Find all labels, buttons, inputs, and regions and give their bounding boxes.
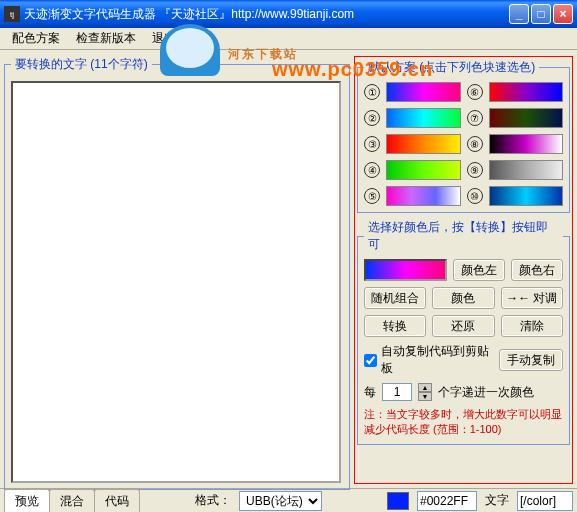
scheme-num-8: ⑧ — [467, 136, 483, 152]
input-text-group: 要转换的文字 (11个字符) — [4, 56, 350, 490]
format-label: 格式： — [195, 492, 231, 509]
step-suffix: 个字递进一次颜色 — [438, 384, 534, 401]
current-color-swatch[interactable] — [387, 492, 409, 510]
scheme-num-3: ③ — [364, 136, 380, 152]
convert-button[interactable]: 转换 — [364, 315, 426, 337]
selected-gradient-preview[interactable] — [364, 259, 447, 281]
scheme-swatch-2[interactable] — [386, 108, 461, 128]
close-button[interactable]: × — [553, 4, 573, 24]
input-text-legend: 要转换的文字 (11个字符) — [11, 56, 152, 73]
menu-color-scheme[interactable]: 配色方案 — [4, 28, 68, 49]
spinner-down-icon[interactable]: ▼ — [418, 392, 432, 401]
step-note: 注：当文字较多时，增大此数字可以明显减少代码长度 (范围：1-100) — [364, 407, 563, 438]
convert-group: 选择好颜色后，按【转换】按钮即可 颜色左 颜色右 随机组合 颜色 →← 对调 转… — [357, 219, 570, 445]
scheme-swatch-5[interactable] — [386, 186, 461, 206]
menu-bar: 配色方案 检查新版本 退出 — [0, 28, 577, 50]
step-input[interactable] — [382, 383, 412, 401]
scheme-swatch-6[interactable] — [489, 82, 564, 102]
default-schemes-group: 默认方案 (点击下列色块速选色) ① ⑥ ② ⑦ ③ ⑧ ④ ⑨ ⑤ — [357, 59, 570, 213]
scheme-num-10: ⑩ — [467, 188, 483, 204]
menu-check-update[interactable]: 检查新版本 — [68, 28, 144, 49]
minimize-button[interactable]: _ — [509, 4, 529, 24]
tab-mix[interactable]: 混合 — [49, 489, 95, 513]
scheme-num-6: ⑥ — [467, 84, 483, 100]
app-icon: tj — [4, 6, 20, 22]
clear-button[interactable]: 清除 — [501, 315, 563, 337]
swap-button[interactable]: →← 对调 — [501, 287, 563, 309]
random-combo-button[interactable]: 随机组合 — [364, 287, 426, 309]
scheme-num-4: ④ — [364, 162, 380, 178]
scheme-swatch-10[interactable] — [489, 186, 564, 206]
color-right-button[interactable]: 颜色右 — [511, 259, 563, 281]
scheme-swatch-1[interactable] — [386, 82, 461, 102]
step-spinner[interactable]: ▲ ▼ — [418, 383, 432, 401]
color-button[interactable]: 颜色 — [432, 287, 494, 309]
restore-button[interactable]: 还原 — [432, 315, 494, 337]
scheme-num-7: ⑦ — [467, 110, 483, 126]
menu-exit[interactable]: 退出 — [144, 28, 184, 49]
auto-copy-checkbox-label[interactable]: 自动复制代码到剪贴板 — [364, 343, 493, 377]
title-bar: tj 天迹渐变文字代码生成器 『天迹社区』http://www.99tianji… — [0, 0, 577, 28]
color-hex-input[interactable] — [417, 491, 477, 511]
default-schemes-legend: 默认方案 (点击下列色块速选色) — [364, 59, 539, 76]
text-editor[interactable] — [11, 81, 341, 483]
scheme-swatch-9[interactable] — [489, 160, 564, 180]
scheme-num-1: ① — [364, 84, 380, 100]
scheme-num-5: ⑤ — [364, 188, 380, 204]
text-sample-input[interactable] — [517, 491, 573, 511]
maximize-button[interactable]: □ — [531, 4, 551, 24]
scheme-num-9: ⑨ — [467, 162, 483, 178]
manual-copy-button[interactable]: 手动复制 — [499, 349, 563, 371]
scheme-num-2: ② — [364, 110, 380, 126]
window-title: 天迹渐变文字代码生成器 『天迹社区』http://www.99tianji.co… — [24, 6, 509, 23]
convert-legend: 选择好颜色后，按【转换】按钮即可 — [364, 219, 563, 253]
auto-copy-text: 自动复制代码到剪贴板 — [381, 343, 493, 377]
scheme-swatch-8[interactable] — [489, 134, 564, 154]
format-select[interactable]: UBB(论坛) — [239, 491, 322, 511]
spinner-up-icon[interactable]: ▲ — [418, 383, 432, 392]
tab-preview[interactable]: 预览 — [4, 489, 50, 513]
scheme-swatch-4[interactable] — [386, 160, 461, 180]
scheme-swatch-7[interactable] — [489, 108, 564, 128]
tab-code[interactable]: 代码 — [94, 489, 140, 513]
scheme-swatch-3[interactable] — [386, 134, 461, 154]
text-label: 文字 — [485, 492, 509, 509]
step-prefix: 每 — [364, 384, 376, 401]
auto-copy-checkbox[interactable] — [364, 354, 377, 367]
bottom-bar: 预览 混合 代码 格式： UBB(论坛) 文字 — [0, 488, 577, 512]
color-left-button[interactable]: 颜色左 — [453, 259, 505, 281]
